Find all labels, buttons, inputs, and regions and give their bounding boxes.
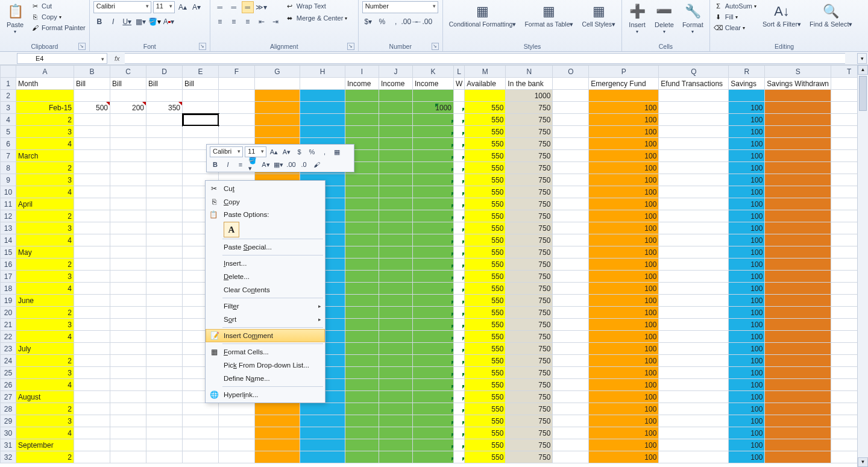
cell-K16[interactable] (413, 259, 454, 271)
cell-P19[interactable]: 100 (589, 295, 659, 307)
cell-M17[interactable]: 550 (465, 271, 506, 283)
find-select-button[interactable]: 🔍Find & Select▾ (807, 1, 855, 29)
cell-Q8[interactable] (659, 162, 729, 174)
cell-M4[interactable]: 550 (465, 114, 506, 126)
cell-C5[interactable] (110, 126, 146, 138)
cell-P4[interactable]: 100 (589, 114, 659, 126)
cell-Q22[interactable] (659, 331, 729, 343)
cell-S27[interactable] (765, 391, 831, 403)
cell-G5[interactable] (255, 126, 300, 138)
col-header-Q[interactable]: Q (659, 66, 729, 78)
cell-L7[interactable] (454, 150, 465, 162)
cell-A29[interactable]: 3 (16, 415, 74, 427)
cell-J16[interactable] (379, 259, 413, 271)
cell-P13[interactable]: 100 (589, 222, 659, 234)
cell-Q16[interactable] (659, 259, 729, 271)
cell-J21[interactable] (379, 319, 413, 331)
cell-N27[interactable]: 750 (506, 391, 553, 403)
cell-B12[interactable] (74, 210, 110, 222)
row-header-12[interactable]: 12 (1, 210, 16, 222)
cell-N16[interactable]: 750 (506, 259, 553, 271)
cell-D5[interactable] (146, 126, 183, 138)
cell-K5[interactable] (413, 126, 454, 138)
cell-L19[interactable] (454, 295, 465, 307)
cell-J5[interactable] (379, 126, 413, 138)
cell-N19[interactable]: 750 (506, 295, 553, 307)
cell-N22[interactable]: 750 (506, 331, 553, 343)
cell-C24[interactable] (110, 355, 146, 367)
cell-J12[interactable] (379, 210, 413, 222)
cell-D25[interactable] (146, 367, 183, 379)
cell-N18[interactable]: 750 (506, 283, 553, 295)
cell-Q4[interactable] (659, 114, 729, 126)
cell-O1[interactable] (553, 78, 589, 90)
cell-C1[interactable]: Bill (110, 78, 146, 90)
cell-Q28[interactable] (659, 403, 729, 415)
col-header-L[interactable]: L (454, 66, 465, 78)
font-color-button[interactable]: A▾ (163, 16, 175, 28)
cell-B31[interactable] (74, 439, 110, 451)
merge-center-button[interactable]: ⬌Merge & Center▾ (285, 13, 348, 23)
italic-button[interactable]: I (107, 16, 119, 28)
cell-O2[interactable] (553, 90, 589, 102)
cell-L11[interactable] (454, 198, 465, 210)
cell-R15[interactable]: 100 (729, 246, 765, 259)
row-header-32[interactable]: 32 (1, 451, 16, 463)
row-header-3[interactable]: 3 (1, 102, 16, 114)
cell-I24[interactable] (345, 355, 379, 367)
cell-D15[interactable] (146, 246, 183, 259)
cell-C18[interactable] (110, 283, 146, 295)
cell-B25[interactable] (74, 367, 110, 379)
cell-D4[interactable] (146, 114, 183, 126)
cell-K29[interactable] (413, 415, 454, 427)
cell-M1[interactable]: Available (465, 78, 506, 90)
cell-A2[interactable] (16, 90, 74, 102)
row-header-1[interactable]: 1 (1, 78, 16, 90)
cell-D14[interactable] (146, 234, 183, 246)
cell-P21[interactable]: 100 (589, 319, 659, 331)
cell-P10[interactable]: 100 (589, 186, 659, 198)
font-face-select[interactable]: Calibri (93, 1, 151, 13)
row-header-29[interactable]: 29 (1, 415, 16, 427)
ctx-pick-list[interactable]: Pick From Drop-down List... (206, 359, 325, 372)
row-header-11[interactable]: 11 (1, 198, 16, 210)
cell-K12[interactable] (413, 210, 454, 222)
cell-R13[interactable]: 100 (729, 222, 765, 234)
cell-B30[interactable] (74, 427, 110, 439)
cell-N2[interactable]: 1000 (506, 90, 553, 102)
select-all-corner[interactable] (1, 66, 16, 78)
cell-P18[interactable]: 100 (589, 283, 659, 295)
cell-R25[interactable]: 100 (729, 367, 765, 379)
mini-italic[interactable]: I (222, 159, 233, 170)
cell-C20[interactable] (110, 307, 146, 319)
col-header-F[interactable]: F (219, 66, 255, 78)
name-box[interactable]: E4 (17, 53, 107, 64)
cell-F30[interactable] (219, 427, 255, 439)
cell-O18[interactable] (553, 283, 589, 295)
cell-B6[interactable] (74, 138, 110, 150)
cell-B10[interactable] (74, 186, 110, 198)
cell-J27[interactable] (379, 391, 413, 403)
cell-P9[interactable]: 100 (589, 174, 659, 186)
cell-R24[interactable]: 100 (729, 355, 765, 367)
grow-font-button[interactable]: A▴ (177, 1, 189, 13)
cell-M30[interactable]: 550 (465, 427, 506, 439)
cell-N24[interactable]: 750 (506, 355, 553, 367)
cell-S25[interactable] (765, 367, 831, 379)
cell-B9[interactable] (74, 174, 110, 186)
cell-C19[interactable] (110, 295, 146, 307)
cell-E29[interactable] (183, 415, 219, 427)
cell-M10[interactable]: 550 (465, 186, 506, 198)
cell-P12[interactable]: 100 (589, 210, 659, 222)
cell-D22[interactable] (146, 331, 183, 343)
cell-J22[interactable] (379, 331, 413, 343)
cell-G31[interactable] (255, 439, 300, 451)
cell-M12[interactable]: 550 (465, 210, 506, 222)
cell-H32[interactable] (300, 451, 345, 463)
cell-O10[interactable] (553, 186, 589, 198)
cell-A6[interactable]: 4 (16, 138, 74, 150)
row-header-17[interactable]: 17 (1, 271, 16, 283)
cell-M24[interactable]: 550 (465, 355, 506, 367)
cell-N3[interactable]: 750 (506, 102, 553, 114)
cell-J17[interactable] (379, 271, 413, 283)
